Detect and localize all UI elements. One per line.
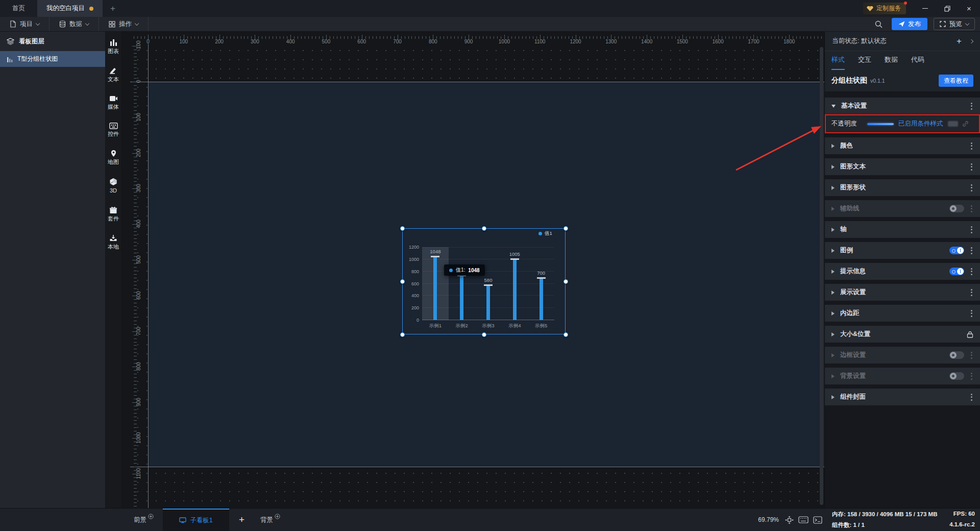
section-display-settings[interactable]: 展示设置: [825, 284, 980, 301]
opacity-value-box[interactable]: [948, 121, 958, 127]
tab-code[interactable]: 代码: [911, 55, 924, 70]
ruler-tick: [134, 442, 137, 442]
section-size-position[interactable]: 大小&位置: [825, 326, 980, 343]
selection-handle[interactable]: [400, 279, 405, 284]
section-graphic-shape[interactable]: 图形形状: [825, 179, 980, 196]
section-menu-button[interactable]: [970, 267, 973, 276]
new-project-tab-button[interactable]: +: [103, 0, 123, 17]
triangle-right-icon: [831, 270, 835, 274]
section-axis[interactable]: 轴: [825, 221, 980, 238]
selected-chart-component[interactable]: 值1 0200400600800100012001048示例1735示例2580…: [402, 228, 566, 334]
window-restore-button[interactable]: [936, 0, 958, 17]
publish-button[interactable]: 发布: [892, 18, 927, 30]
section-tooltip-info[interactable]: 提示信息: [825, 263, 980, 280]
grid-icon: [109, 21, 115, 28]
dock-item-kits[interactable]: 套件: [108, 206, 119, 222]
section-menu-button[interactable]: [970, 183, 973, 192]
fit-screen-button[interactable]: [785, 516, 794, 524]
ruler-tick: [205, 36, 206, 39]
canvas-area[interactable]: 0100200300400500600700800900100011001200…: [121, 32, 824, 508]
add-subboard-button[interactable]: +: [229, 514, 254, 525]
console-button[interactable]: [813, 516, 822, 524]
canvas-scrollbar[interactable]: [820, 47, 823, 505]
section-guide-lines[interactable]: 辅助线: [825, 200, 980, 217]
background-toggle[interactable]: [949, 372, 964, 380]
menu-action[interactable]: 操作: [99, 17, 149, 31]
tab-home[interactable]: 首页: [0, 0, 37, 17]
search-button[interactable]: [872, 20, 886, 28]
ruler-tick: [479, 36, 480, 39]
section-menu-button[interactable]: [970, 351, 973, 360]
dock-item-widgets[interactable]: 控件: [108, 123, 119, 137]
dock-item-charts[interactable]: 图表: [108, 39, 119, 54]
menu-data[interactable]: 数据: [50, 17, 99, 31]
section-menu-button[interactable]: [970, 225, 973, 234]
ruler-tick: [800, 36, 800, 39]
opacity-slider[interactable]: [867, 123, 894, 125]
selection-handle[interactable]: [400, 332, 405, 337]
section-graphic-text[interactable]: 图形文本: [825, 158, 980, 175]
section-menu-button[interactable]: [970, 204, 973, 213]
shortcuts-button[interactable]: [798, 516, 808, 523]
layer-item-grouped-bar[interactable]: T型分组柱状图: [0, 51, 105, 67]
view-tutorial-button[interactable]: 查看教程: [939, 75, 973, 87]
window-close-button[interactable]: ×: [958, 0, 980, 17]
legend-toggle[interactable]: [949, 247, 964, 254]
chevron-down-icon: [36, 21, 40, 25]
guide-lines-toggle[interactable]: [949, 205, 964, 212]
tooltip-toggle[interactable]: [949, 268, 964, 275]
selection-handle[interactable]: [564, 279, 568, 284]
selection-handle[interactable]: [400, 226, 405, 231]
dock-item-map[interactable]: 地图: [108, 150, 119, 165]
dock-item-media[interactable]: 媒体: [108, 95, 119, 110]
section-menu-button[interactable]: [970, 162, 973, 172]
preview-button[interactable]: 预览: [934, 18, 975, 30]
section-color[interactable]: 颜色: [825, 137, 980, 154]
section-background-settings[interactable]: 背景设置: [825, 368, 980, 384]
ruler-tick: [134, 313, 137, 314]
section-menu-button[interactable]: [970, 372, 973, 381]
tab-project[interactable]: 我的空白项目: [37, 0, 103, 17]
custom-service-badge[interactable]: 定制服务: [863, 3, 906, 14]
fullscreen-icon: [940, 21, 946, 27]
section-menu-button[interactable]: [970, 246, 973, 255]
selection-handle[interactable]: [482, 226, 486, 231]
subboard-tab[interactable]: 子看板1: [163, 509, 229, 531]
border-toggle[interactable]: [949, 351, 964, 359]
selection-handle[interactable]: [482, 332, 486, 337]
link-icon[interactable]: [962, 120, 969, 127]
menu-project[interactable]: 项目: [0, 17, 50, 31]
tab-data[interactable]: 数据: [885, 55, 898, 70]
opacity-setting-row[interactable]: 不透明度 已启用条件样式: [825, 114, 980, 133]
section-menu-button[interactable]: [970, 288, 973, 297]
dock-item-text[interactable]: 文本: [108, 67, 119, 82]
lock-icon[interactable]: [967, 331, 973, 338]
section-menu-button[interactable]: [970, 102, 973, 111]
add-state-button[interactable]: +: [957, 36, 962, 46]
tab-interaction[interactable]: 交互: [858, 55, 871, 70]
ruler-tick: [134, 167, 137, 168]
ruler-tick: [134, 175, 137, 175]
section-basic-settings[interactable]: 基本设置: [825, 98, 980, 114]
section-border-settings[interactable]: 边框设置: [825, 347, 980, 364]
dock-item-3d[interactable]: 3D: [109, 178, 117, 194]
section-legend[interactable]: 图例: [825, 242, 980, 259]
ruler-tick: [294, 36, 295, 39]
selection-handle[interactable]: [564, 332, 568, 337]
foreground-button[interactable]: 前景: [128, 516, 160, 524]
section-menu-button[interactable]: [970, 141, 973, 151]
chart-legend[interactable]: 值1: [538, 230, 552, 237]
tab-style[interactable]: 样式: [831, 55, 845, 70]
section-padding[interactable]: 内边距: [825, 305, 980, 322]
background-button[interactable]: 背景: [254, 516, 286, 524]
section-menu-button[interactable]: [970, 309, 973, 318]
section-menu-button[interactable]: [970, 393, 973, 402]
collapse-panel-button[interactable]: [969, 39, 973, 43]
window-minimize-button[interactable]: [914, 0, 936, 17]
selection-handle[interactable]: [564, 226, 568, 231]
ruler-tick: [625, 36, 626, 39]
dock-item-local[interactable]: 本地: [108, 234, 119, 250]
ruler-tick: [522, 36, 523, 39]
section-component-cover[interactable]: 组件封面: [825, 389, 980, 405]
ruler-tick: [134, 452, 137, 453]
